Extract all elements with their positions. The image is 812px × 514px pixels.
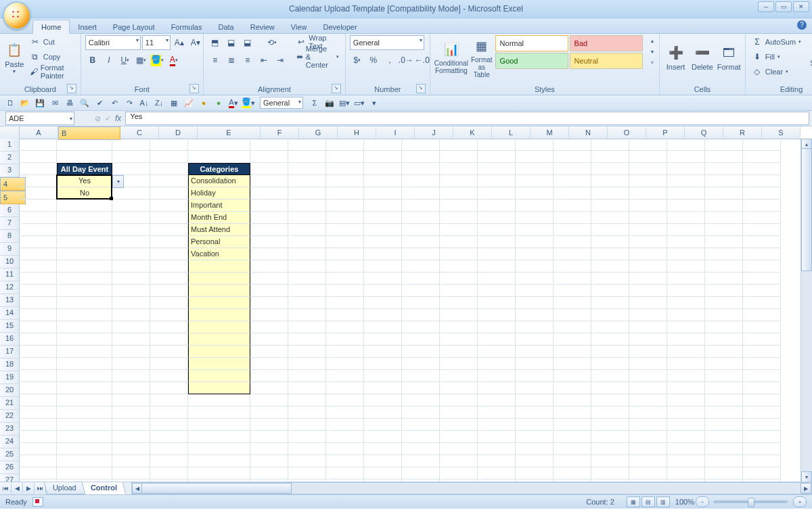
cell-S14[interactable] [743,297,781,309]
cell-A1[interactable] [19,139,57,151]
cell-S20[interactable] [743,370,781,382]
cell-C7[interactable] [112,212,150,224]
paste-button[interactable]: 📋 Paste ▾ [4,35,25,80]
cell-L3[interactable] [478,163,516,175]
cell-D1[interactable] [150,139,188,151]
cell-I17[interactable] [364,333,402,346]
row-header-21[interactable]: 21 [0,397,19,410]
cell-K12[interactable] [440,273,478,285]
row-header-19[interactable]: 19 [0,371,19,384]
row-header-15[interactable]: 15 [0,320,19,333]
row-header-11[interactable]: 11 [0,268,19,281]
cell-P19[interactable] [629,358,667,370]
cell-A9[interactable] [19,236,57,248]
vertical-scrollbar[interactable]: ▴ ▾ [800,139,812,482]
cell-M8[interactable] [516,224,554,236]
cell-R14[interactable] [705,297,743,309]
cell-A28[interactable] [19,467,57,480]
cell-H2[interactable] [326,151,364,163]
cell-C24[interactable] [112,419,150,431]
cell-H27[interactable] [326,455,364,467]
cell-D11[interactable] [150,260,188,273]
cell-A13[interactable] [19,285,57,297]
cell-N17[interactable] [554,333,591,346]
cell-F21[interactable] [250,382,288,394]
cell-B21[interactable] [57,382,112,394]
tab-view[interactable]: View [283,20,315,33]
cell-Q9[interactable] [667,236,705,248]
cell-E15[interactable] [188,309,250,321]
cell-N14[interactable] [554,297,591,309]
cell-H18[interactable] [326,346,364,358]
cell-C11[interactable] [112,260,150,273]
cell-R11[interactable] [705,260,743,273]
cell-S1[interactable] [743,139,781,151]
row-header-9[interactable]: 9 [0,243,19,256]
cell-Q8[interactable] [667,224,705,236]
cell-F4[interactable] [250,175,288,187]
cell-O6[interactable] [591,200,629,212]
sort-filter-button[interactable]: A↓Sort & Filter [806,35,812,80]
cut-button[interactable]: ✂Cut [28,35,76,49]
cell-D16[interactable] [150,321,188,333]
cell-P14[interactable] [629,297,667,309]
cell-H23[interactable] [326,406,364,419]
cell-F16[interactable] [250,321,288,333]
cell-G6[interactable] [288,200,326,212]
font-color-button[interactable]: A▾ [166,53,181,68]
conditional-formatting-button[interactable]: 📊Conditional Formatting [434,35,468,80]
align-top-button[interactable]: ⬒ [208,35,223,50]
cell-G3[interactable] [288,163,326,175]
cell-L8[interactable] [478,224,516,236]
cell-C9[interactable] [112,236,150,248]
copy-button[interactable]: ⧉Copy [28,50,76,64]
cell-Q28[interactable] [667,467,705,480]
col-header-O[interactable]: O [608,126,646,139]
cell-R13[interactable] [705,285,743,297]
cell-O15[interactable] [591,309,629,321]
cell-O28[interactable] [591,467,629,480]
cell-M19[interactable] [516,358,554,370]
cell-E18[interactable] [188,346,250,358]
cell-K9[interactable] [440,236,478,248]
cell-N28[interactable] [554,467,591,480]
cell-A25[interactable] [19,431,57,443]
cell-G12[interactable] [288,273,326,285]
cell-R28[interactable] [705,467,743,480]
col-header-D[interactable]: D [159,126,198,139]
cell-M16[interactable] [516,321,554,333]
cell-R18[interactable] [705,346,743,358]
format-as-table-button[interactable]: ▦Format as Table [471,35,493,80]
cell-R15[interactable] [705,309,743,321]
style-bad[interactable]: Bad [570,35,643,51]
cell-E4[interactable]: Consolidation [188,175,250,187]
cell-M6[interactable] [516,200,554,212]
cell-P7[interactable] [629,212,667,224]
cell-R4[interactable] [705,175,743,187]
cell-R23[interactable] [705,406,743,419]
format-painter-button[interactable]: 🖌Format Painter [28,65,76,78]
qat-print[interactable]: 🖶 [64,97,76,109]
cell-H3[interactable] [326,163,364,175]
cell-K22[interactable] [440,394,478,406]
underline-button[interactable]: U▾ [118,53,133,68]
qat-undo[interactable]: ↶ [108,97,120,109]
cell-E22[interactable] [188,394,250,406]
cell-E25[interactable] [188,431,250,443]
fill-color-button[interactable]: 🪣▾ [150,53,165,68]
fill-button[interactable]: ⬇Fill▾ [750,50,803,64]
clipboard-dialog-launcher[interactable]: ↘ [67,84,76,93]
cell-G9[interactable] [288,236,326,248]
cell-S11[interactable] [743,260,781,273]
cell-A20[interactable] [19,370,57,382]
cell-L11[interactable] [478,260,516,273]
cell-Q20[interactable] [667,370,705,382]
qat-open[interactable]: 📂 [19,97,31,109]
cell-S4[interactable] [743,175,781,187]
cell-O9[interactable] [591,236,629,248]
cell-I18[interactable] [364,346,402,358]
cell-A8[interactable] [19,224,57,236]
vscroll-thumb[interactable] [801,148,812,271]
cell-S10[interactable] [743,248,781,260]
cell-J17[interactable] [402,333,440,346]
